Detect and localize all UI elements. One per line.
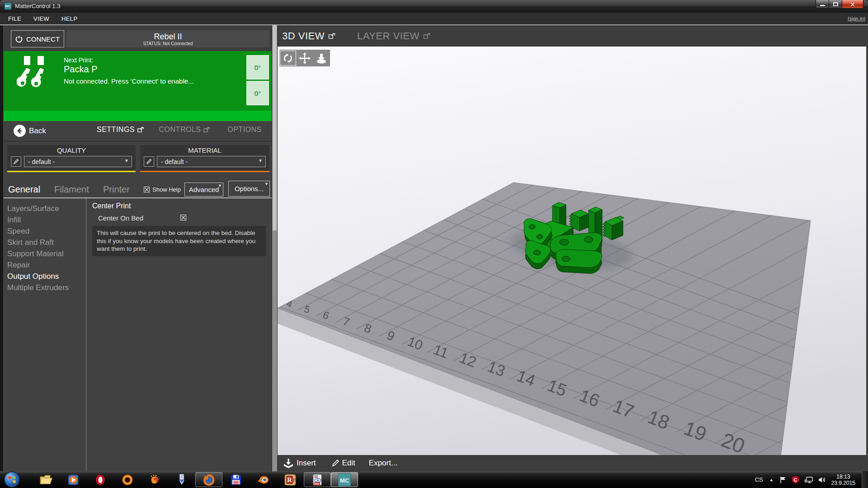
svg-text:C: C [793, 477, 797, 483]
menu-view[interactable]: VIEW [33, 15, 49, 22]
scrollbar-thumb[interactable] [273, 25, 277, 230]
export-icon [137, 127, 144, 132]
antivirus-shield-icon[interactable]: C [792, 476, 799, 483]
connect-label: CONNECT [26, 35, 60, 43]
settings-detail-pane: Center Print Center On Bed This will cau… [86, 198, 272, 471]
tab-layer-view[interactable]: LAYER VIEW [357, 30, 430, 42]
settings-nav-item[interactable]: Output Options [7, 271, 86, 282]
panel-scrollbar[interactable] [272, 25, 278, 471]
taskbar-explorer-icon[interactable] [33, 472, 60, 487]
progress-strip [4, 111, 272, 121]
drop-to-bed-tool[interactable] [313, 51, 330, 66]
close-button[interactable]: × [842, 0, 863, 9]
export-icon [203, 127, 210, 132]
tab-controls[interactable]: CONTROLS [153, 126, 216, 134]
model-actions-bar: Insert Edit Export... [278, 455, 868, 471]
printer-name-box[interactable]: Rebel II STATUS: Not Connected [66, 30, 269, 47]
viewport-panel: 3D VIEW LAYER VIEW [278, 25, 868, 471]
title-bar[interactable]: MC MatterControl 1.3 × [0, 0, 868, 13]
setting-help-text: This will cause the print to be centered… [92, 226, 266, 256]
pencil-icon [331, 459, 340, 467]
move-view-tool[interactable] [297, 51, 313, 66]
action-center-flag-icon[interactable] [779, 476, 787, 483]
svg-text:P: P [293, 478, 296, 483]
taskbar-pdf-viewer-icon[interactable]: PDF [304, 472, 331, 487]
taskbar-pen-tool-icon[interactable] [168, 472, 195, 487]
settings-nav-item[interactable]: Multiple Extruders [7, 282, 86, 293]
network-icon[interactable] [804, 476, 813, 483]
settings-nav-item[interactable]: Speed [7, 225, 86, 237]
taskbar-blender-icon[interactable] [250, 472, 277, 487]
section-title: Center Print [92, 202, 272, 210]
3d-scene[interactable]: 4567891011121314151617181920 [278, 47, 868, 455]
show-help-toggle[interactable]: Show Help [144, 186, 181, 193]
tab-options[interactable]: OPTIONS [220, 126, 269, 134]
svg-text:PDF: PDF [314, 483, 320, 485]
settings-nav-item[interactable]: Skirt and Raft [7, 237, 86, 248]
connect-button[interactable]: CONNECT [11, 30, 64, 47]
tab-3d-view[interactable]: 3D VIEW [282, 30, 335, 42]
center-on-bed-row: Center On Bed [92, 214, 272, 222]
taskbar-firefox-icon[interactable] [195, 472, 222, 487]
tab-printer[interactable]: Printer [103, 184, 130, 195]
taskbar-floppy-app-icon[interactable] [222, 472, 250, 487]
export-icon [423, 33, 430, 39]
back-label: Back [29, 127, 46, 136]
edit-material-button[interactable] [144, 156, 154, 167]
export-button[interactable]: Export... [369, 459, 397, 468]
maximize-button[interactable] [829, 0, 842, 9]
show-desktop-button[interactable] [862, 471, 868, 488]
move-icon [299, 52, 311, 64]
menu-file[interactable]: FILE [8, 15, 21, 22]
printer-status: STATUS: Not Connected [143, 41, 193, 46]
settings-nav-item[interactable]: Support Material [7, 248, 86, 259]
taskbar-r-block-icon[interactable]: R P [277, 472, 304, 487]
volume-icon[interactable] [818, 476, 826, 483]
view-tabs: 3D VIEW LAYER VIEW [278, 25, 868, 47]
clock[interactable]: 18:13 23.9.2015 [831, 474, 855, 486]
material-select[interactable]: - default - ▼ [157, 156, 266, 167]
center-on-bed-checkbox[interactable] [180, 215, 186, 221]
rotate-icon [283, 53, 293, 64]
next-print-panel: Next Print: Packa P Not connected. Press… [4, 51, 272, 121]
menu-help[interactable]: HELP [61, 15, 78, 22]
settings-nav-item[interactable]: Infill [7, 214, 86, 225]
hidden-icons-button[interactable]: ▲ [769, 478, 774, 482]
language-indicator[interactable]: CS [755, 476, 763, 483]
insert-icon [283, 458, 294, 469]
desktop: MC MatterControl 1.3 × FILE VIEW HELP (s… [0, 0, 868, 488]
divider [4, 141, 272, 141]
extruder-temp-button[interactable]: 0° [246, 55, 269, 80]
minimize-button[interactable] [816, 0, 829, 9]
edit-quality-button[interactable] [11, 156, 21, 167]
tab-general[interactable]: General [8, 184, 40, 195]
windows-logo-icon [8, 476, 16, 483]
edit-button[interactable]: Edit [331, 459, 355, 468]
checkbox-checked-icon [144, 187, 150, 192]
taskbar-media-player-icon[interactable] [60, 472, 87, 487]
taskbar-orange-ring-icon[interactable] [114, 472, 141, 487]
taskbar-xnview-icon[interactable] [141, 472, 168, 487]
view-tool-bar [279, 50, 330, 66]
tab-settings[interactable]: SETTINGS [89, 126, 152, 134]
settings-nav-item[interactable]: Repair [7, 259, 86, 271]
svg-text:MC: MC [340, 477, 349, 483]
pencil-icon [146, 159, 152, 164]
start-button[interactable] [4, 472, 20, 488]
settings-tabs-row: General Filament Printer Show Help Advan… [4, 178, 272, 197]
sign-in-link[interactable]: (sign in) [848, 16, 865, 21]
pencil-icon [13, 159, 19, 164]
quality-select[interactable]: - default - ▼ [24, 156, 132, 167]
settings-nav-item[interactable]: Layers/Surface [7, 203, 86, 214]
app-icon: MC [4, 2, 12, 10]
options-button[interactable]: Options... ▼ [228, 181, 270, 197]
insert-button[interactable]: Insert [283, 458, 316, 469]
bed-temp-button[interactable]: 0° [246, 81, 269, 105]
rotate-view-tool[interactable] [280, 51, 296, 66]
tab-filament[interactable]: Filament [54, 184, 89, 195]
next-print-filename: Packa P [64, 64, 194, 75]
taskbar-mattercontrol-icon[interactable]: MC [331, 472, 358, 487]
taskbar-opera-icon[interactable] [87, 472, 114, 487]
back-button[interactable]: Back [14, 125, 46, 137]
advanced-button[interactable]: Advanced ▼ [184, 183, 223, 197]
